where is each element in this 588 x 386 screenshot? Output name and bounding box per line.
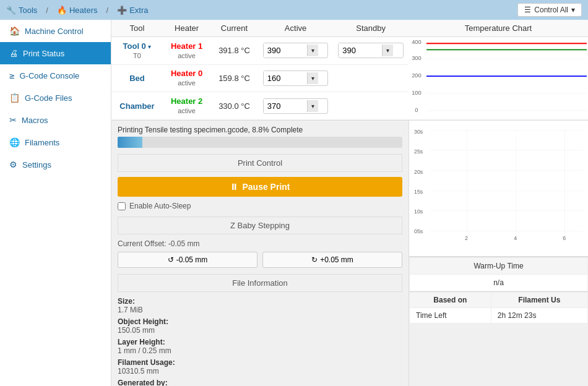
macros-icon: ✂ bbox=[9, 115, 17, 125]
plus-step-button[interactable]: ↻ +0.05 mm bbox=[262, 252, 402, 268]
print-icon: 🖨 bbox=[9, 48, 18, 58]
time-left-label: Time Left bbox=[410, 308, 491, 324]
col-standby: Standby bbox=[333, 20, 409, 37]
sidebar-item-macros[interactable]: ✂ Macros bbox=[0, 109, 111, 131]
svg-text:300: 300 bbox=[412, 56, 422, 61]
col-current: Current bbox=[210, 20, 258, 37]
col-tool: Tool bbox=[111, 20, 163, 37]
active-cell[interactable]: ▾ bbox=[258, 92, 334, 120]
tool-cell: Tool 0 ▾ T0 bbox=[111, 37, 163, 65]
z-baby-header: Z Baby Stepping bbox=[118, 217, 402, 234]
chamber-link[interactable]: Chamber bbox=[119, 101, 154, 111]
main-layout: 🏠 Machine Control 🖨 Print Status ≥ G-Cod… bbox=[0, 20, 588, 386]
files-icon: 📋 bbox=[9, 93, 20, 103]
current-cell: 330.0 °C bbox=[210, 92, 258, 120]
sidebar-label-macros: Macros bbox=[22, 116, 48, 125]
content-area: Tool Heater Current Active Standby Tempe… bbox=[111, 20, 588, 386]
step-buttons: ↺ -0.05 mm ↻ +0.05 mm bbox=[118, 252, 402, 268]
rotate-left-icon: ↺ bbox=[168, 255, 174, 264]
layer-height-value: 1 mm / 0.25 mm bbox=[118, 346, 171, 355]
progress-bar-container bbox=[118, 137, 402, 148]
sidebar-label-print-status: Print Status bbox=[23, 49, 64, 58]
heaters-label: Heaters bbox=[69, 6, 98, 15]
active-input[interactable] bbox=[264, 99, 307, 113]
print-time-chart: 30s 25s 20s 15s 10s 05s bbox=[409, 121, 588, 257]
settings-icon: ⚙ bbox=[9, 160, 17, 169]
active-cell[interactable]: ▾ bbox=[258, 37, 334, 65]
active-select-group[interactable]: ▾ bbox=[263, 43, 329, 58]
sidebar-item-gcode-files[interactable]: 📋 G-Code Files bbox=[0, 87, 111, 109]
active-select-group[interactable]: ▾ bbox=[263, 71, 329, 86]
pause-label: Pause Print bbox=[242, 182, 290, 192]
active-input[interactable] bbox=[264, 43, 307, 58]
console-icon: ≥ bbox=[9, 71, 14, 80]
tool-cell: Chamber bbox=[111, 92, 163, 120]
sidebar: 🏠 Machine Control 🖨 Print Status ≥ G-Cod… bbox=[0, 20, 111, 386]
col-heater: Heater bbox=[163, 20, 210, 37]
based-on-section: Based on Filament Us Time Left 2h 12m 23… bbox=[409, 291, 588, 324]
standby-cell[interactable]: ▾ bbox=[333, 37, 409, 65]
middle-left: Printing Tensile testing specimen.gcode,… bbox=[111, 121, 409, 386]
progress-bar-fill bbox=[118, 137, 142, 148]
heaters-link[interactable]: 🔥 Heaters bbox=[57, 6, 98, 15]
current-offset-text: Current Offset: -0.05 mm bbox=[118, 239, 402, 248]
standby-select-group[interactable]: ▾ bbox=[338, 43, 404, 58]
filament-usage-value: 10310.5 mm bbox=[118, 367, 159, 375]
pause-print-button[interactable]: ⏸ Pause Print bbox=[118, 177, 402, 197]
tool-link[interactable]: Tool 0 bbox=[123, 41, 146, 51]
table-row: Tool 0 ▾ T0 Heater 1 active 391.8 °C bbox=[111, 37, 588, 65]
svg-text:100: 100 bbox=[412, 90, 422, 95]
active-dropdown-arrow[interactable]: ▾ bbox=[307, 72, 318, 84]
object-height-value: 150.05 mm bbox=[118, 326, 155, 335]
sidebar-item-print-status[interactable]: 🖨 Print Status bbox=[0, 42, 111, 64]
based-on-col2-header: Filament Us bbox=[491, 293, 587, 308]
svg-text:2: 2 bbox=[465, 235, 468, 241]
active-input[interactable] bbox=[264, 71, 307, 85]
print-status-text: Printing Tensile testing specimen.gcode,… bbox=[118, 126, 402, 134]
separator2: / bbox=[106, 6, 109, 15]
home-icon: 🏠 bbox=[9, 26, 20, 36]
current-cell: 159.8 °C bbox=[210, 64, 258, 92]
standby-input[interactable] bbox=[339, 43, 382, 58]
heater-status: active bbox=[178, 52, 196, 59]
chart-cell: 400 300 200 100 0 bbox=[409, 37, 588, 120]
heater-table-area: Tool Heater Current Active Standby Tempe… bbox=[111, 20, 588, 121]
sidebar-item-machine-control[interactable]: 🏠 Machine Control bbox=[0, 20, 111, 42]
size-row: Size: 1.7 MiB bbox=[118, 297, 402, 314]
col-chart-spacer: Temperature Chart bbox=[409, 20, 588, 37]
active-cell[interactable]: ▾ bbox=[258, 64, 334, 92]
generated-by-label: Generated by: bbox=[118, 379, 168, 386]
control-all-button[interactable]: ☰ Control All ▾ bbox=[517, 3, 582, 17]
sidebar-item-settings[interactable]: ⚙ Settings bbox=[0, 153, 111, 176]
warmup-header: Warm-Up Time bbox=[410, 258, 588, 275]
sidebar-label-gcode-files: G-Code Files bbox=[25, 93, 72, 103]
generated-by-row: Generated by: bbox=[118, 379, 402, 386]
minus-step-button[interactable]: ↺ -0.05 mm bbox=[118, 252, 257, 268]
sidebar-item-gcode-console[interactable]: ≥ G-Code Console bbox=[0, 64, 111, 87]
sidebar-label-machine-control: Machine Control bbox=[25, 27, 84, 36]
tools-link[interactable]: 🔧 Tools bbox=[6, 6, 37, 15]
active-dropdown-arrow[interactable]: ▾ bbox=[307, 45, 318, 56]
standby-dropdown-arrow[interactable]: ▾ bbox=[382, 45, 393, 56]
heater-name: Heater 2 bbox=[171, 96, 202, 106]
tool-cell: Bed bbox=[111, 64, 163, 92]
filaments-icon: 🌐 bbox=[9, 137, 20, 147]
warmup-row: n/a bbox=[410, 275, 588, 291]
sidebar-label-gcode-console: G-Code Console bbox=[19, 71, 79, 80]
heater-name: Heater 1 bbox=[171, 41, 202, 51]
minus-step-label: -0.05 mm bbox=[176, 255, 208, 264]
active-dropdown-arrow[interactable]: ▾ bbox=[307, 100, 318, 112]
z-baby-section: Z Baby Stepping Current Offset: -0.05 mm… bbox=[118, 217, 402, 268]
sidebar-item-filaments[interactable]: 🌐 Filaments bbox=[0, 131, 111, 153]
svg-text:15s: 15s bbox=[414, 189, 423, 195]
heater-status: active bbox=[178, 107, 196, 114]
top-toolbar: 🔧 Tools / 🔥 Heaters / ➕ Extra ☰ Control … bbox=[0, 0, 588, 20]
control-all-label: Control All bbox=[534, 6, 568, 14]
auto-sleep-checkbox[interactable] bbox=[118, 202, 126, 210]
tools-icon: 🔧 bbox=[6, 6, 16, 15]
current-cell: 391.8 °C bbox=[210, 37, 258, 65]
extra-link[interactable]: ➕ Extra bbox=[117, 6, 148, 15]
bed-link[interactable]: Bed bbox=[129, 74, 145, 83]
heater-cell: Heater 2 active bbox=[163, 92, 210, 120]
active-select-group[interactable]: ▾ bbox=[263, 98, 329, 114]
